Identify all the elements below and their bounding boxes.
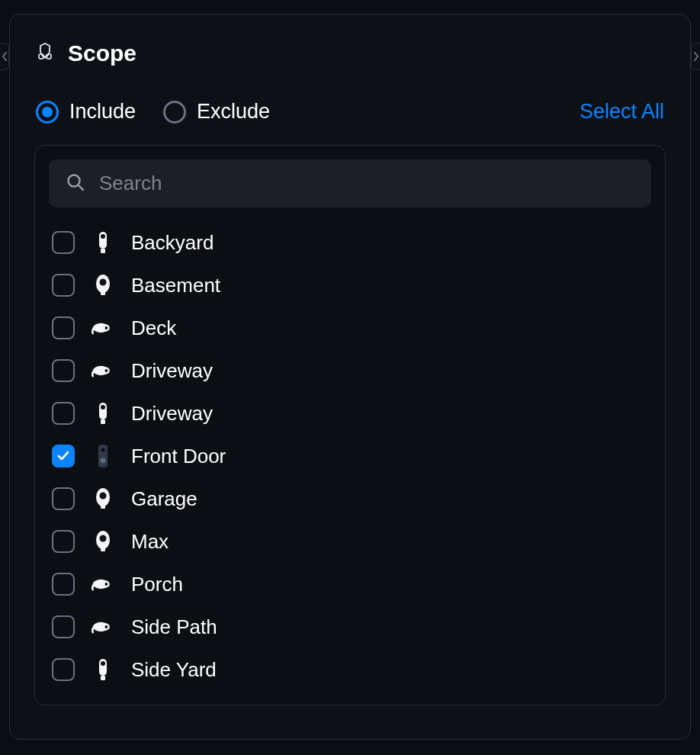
list-item[interactable]: Porch [49,563,651,606]
checkbox[interactable] [52,231,75,254]
svg-rect-9 [101,292,105,295]
search-box[interactable] [49,159,651,207]
camera-stick-icon [92,230,114,255]
svg-point-23 [100,493,107,500]
item-label: Garage [131,487,197,511]
list-item[interactable]: Driveway [49,349,651,392]
doorbell-icon [92,443,114,469]
device-list-container: BackyardBasementDeckDrivewayDrivewayFron… [34,145,666,705]
camera-stick-icon [92,657,114,683]
select-all-button[interactable]: Select All [580,100,664,124]
list-item[interactable]: Front Door [49,435,651,477]
camera-stick-icon [92,400,114,426]
svg-rect-6 [101,249,105,253]
svg-rect-24 [101,506,105,509]
item-label: Driveway [131,359,213,383]
filter-radio-group: Include Exclude [36,100,270,124]
list-item[interactable]: Side Yard [49,648,651,691]
camera-indoor-icon [92,272,114,298]
exclude-label: Exclude [197,100,270,124]
svg-point-35 [101,661,105,666]
svg-rect-27 [101,548,105,551]
next-panel-nav[interactable] [691,43,700,70]
checkbox[interactable] [52,658,75,681]
svg-rect-18 [101,419,105,424]
list-item[interactable]: Garage [49,477,651,520]
camera-bullet-icon [92,315,114,341]
checkbox[interactable] [52,615,75,638]
item-label: Porch [131,573,183,596]
list-item[interactable]: Side Path [49,606,651,648]
svg-point-21 [101,458,106,464]
svg-point-20 [101,448,105,452]
include-radio[interactable]: Include [36,100,136,124]
item-label: Side Path [131,615,217,639]
svg-rect-36 [101,676,105,680]
svg-point-30 [104,583,108,586]
svg-point-26 [100,535,107,542]
exclude-radio[interactable]: Exclude [163,100,270,124]
panel-title: Scope [68,40,136,66]
item-label: Max [131,530,169,554]
checkbox[interactable] [52,359,75,382]
include-label: Include [69,100,136,124]
checkbox[interactable] [52,530,75,553]
svg-line-3 [79,185,83,190]
item-label: Side Yard [131,658,217,682]
list-item[interactable]: Basement [49,264,651,307]
checkbox[interactable] [52,274,75,297]
svg-point-33 [104,625,108,628]
search-input[interactable] [99,172,634,195]
svg-point-12 [104,326,108,329]
radio-indicator [36,101,59,124]
camera-bullet-icon [92,358,114,384]
scope-icon [34,41,56,66]
item-label: Driveway [131,402,213,426]
prev-panel-nav[interactable] [0,43,9,70]
panel-header: Scope [34,40,666,66]
camera-indoor-icon [92,528,114,554]
checkbox[interactable] [52,573,75,596]
svg-point-17 [101,405,105,410]
camera-indoor-icon [92,486,114,512]
list-item[interactable]: Driveway [49,392,651,435]
camera-bullet-icon [92,614,114,640]
svg-point-5 [101,234,105,239]
item-label: Deck [131,316,176,340]
item-label: Basement [131,274,220,297]
device-list: BackyardBasementDeckDrivewayDrivewayFron… [49,221,651,691]
list-item[interactable]: Deck [49,307,651,349]
list-item[interactable]: Max [49,520,651,563]
svg-point-8 [100,279,107,286]
svg-point-15 [104,369,108,372]
item-label: Front Door [131,445,226,468]
checkbox[interactable] [52,316,75,339]
checkbox[interactable] [52,402,75,425]
list-item[interactable]: Backyard [49,221,651,264]
search-icon [66,172,85,195]
filter-row: Include Exclude Select All [34,100,666,124]
camera-bullet-icon [92,571,114,597]
radio-indicator [163,101,186,124]
item-label: Backyard [131,231,214,255]
checkbox[interactable] [52,445,75,467]
scope-panel: Scope Include Exclude Select All [9,14,691,740]
checkbox[interactable] [52,487,75,510]
